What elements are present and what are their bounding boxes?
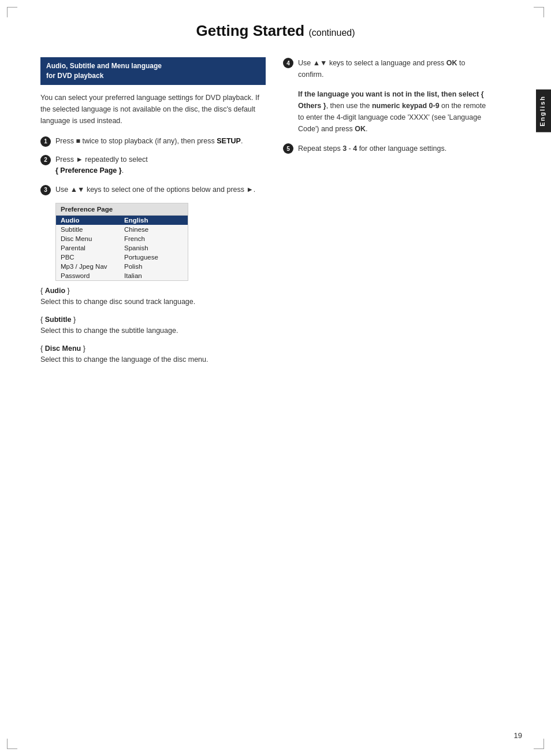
pref-row-0: AudioEnglish xyxy=(56,216,188,225)
page-header: Getting Started (continued) xyxy=(0,0,551,51)
step-number-4: 4 xyxy=(283,58,293,68)
pref-row-5: Mp3 / Jpeg NavPolish xyxy=(56,262,188,271)
section-item-discmenu-desc: Select this to change the language of th… xyxy=(40,354,266,365)
right-bold-block: If the language you want is not in the l… xyxy=(298,88,491,135)
preference-table: Preference Page AudioEnglishSubtitleChin… xyxy=(55,203,188,281)
pref-left-5: Mp3 / Jpeg Nav xyxy=(61,263,124,270)
pref-left-6: Password xyxy=(61,272,124,279)
section-item-subtitle: { Subtitle } Select this to change the s… xyxy=(40,316,266,336)
section-item-discmenu-title: { Disc Menu } xyxy=(40,344,266,353)
section-header-box: Audio, Subtitle and Menu language for DV… xyxy=(40,57,266,85)
pref-row-2: Disc MenuFrench xyxy=(56,234,188,243)
corner-mark-tr xyxy=(534,7,544,17)
section-item-subtitle-desc: Select this to change the subtitle langu… xyxy=(40,325,266,336)
intro-text: You can select your preferred language s… xyxy=(40,92,266,127)
section-item-subtitle-title: { Subtitle } xyxy=(40,316,266,324)
corner-mark-bl xyxy=(7,739,17,749)
right-bold-block-container: If the language you want is not in the l… xyxy=(298,88,491,135)
pref-left-3: Parental xyxy=(61,244,124,251)
right-column: 4 Use ▲▼ keys to select a language and p… xyxy=(283,57,491,373)
step-3: 3 Use ▲▼ keys to select one of the optio… xyxy=(40,184,266,195)
pref-right-4: Portuguese xyxy=(124,254,158,261)
pref-left-4: PBC xyxy=(61,254,124,261)
step-number-2: 2 xyxy=(40,155,51,165)
page-number: 19 xyxy=(514,731,522,740)
step-number-5: 5 xyxy=(283,143,293,154)
step-3-text: Use ▲▼ keys to select one of the options… xyxy=(55,184,255,195)
step-5-text: Repeat steps 3 - 4 for other language se… xyxy=(298,143,446,154)
step-5: 5 Repeat steps 3 - 4 for other language … xyxy=(283,143,491,154)
pref-left-2: Disc Menu xyxy=(61,235,124,242)
side-tab-english: English xyxy=(536,90,551,132)
pref-row-1: SubtitleChinese xyxy=(56,225,188,234)
step-number-3: 3 xyxy=(40,185,51,195)
left-column: Audio, Subtitle and Menu language for DV… xyxy=(40,57,266,373)
step-1-text: Press ■ twice to stop playback (if any),… xyxy=(55,136,243,147)
section-item-audio: { Audio } Select this to change disc sou… xyxy=(40,287,266,307)
pref-left-1: Subtitle xyxy=(61,226,124,233)
main-content: Audio, Subtitle and Menu language for DV… xyxy=(0,51,551,390)
page-title: Getting Started (continued) xyxy=(35,22,516,40)
pref-table-body: AudioEnglishSubtitleChineseDisc MenuFren… xyxy=(56,216,188,280)
pref-row-6: PasswordItalian xyxy=(56,271,188,280)
pref-right-1: Chinese xyxy=(124,226,148,233)
pref-right-0: English xyxy=(124,217,148,224)
pref-right-5: Polish xyxy=(124,263,142,270)
corner-mark-br xyxy=(534,739,544,749)
step-2-text: Press ► repeatedly to select{ Preference… xyxy=(55,154,148,177)
pref-left-0: Audio xyxy=(61,217,124,224)
section-item-discmenu: { Disc Menu } Select this to change the … xyxy=(40,344,266,365)
section-item-audio-title: { Audio } xyxy=(40,287,266,295)
section-item-audio-desc: Select this to change disc sound track l… xyxy=(40,297,266,307)
step-4-text: Use ▲▼ keys to select a language and pre… xyxy=(298,57,491,80)
corner-mark-tl xyxy=(7,7,17,17)
pref-row-4: PBCPortuguese xyxy=(56,253,188,262)
step-4: 4 Use ▲▼ keys to select a language and p… xyxy=(283,57,491,80)
step-number-1: 1 xyxy=(40,136,51,147)
pref-table-header: Preference Page xyxy=(56,203,188,216)
pref-row-3: ParentalSpanish xyxy=(56,243,188,253)
pref-right-3: Spanish xyxy=(124,244,148,251)
pref-right-6: Italian xyxy=(124,272,142,279)
step-1: 1 Press ■ twice to stop playback (if any… xyxy=(40,136,266,147)
step-2: 2 Press ► repeatedly to select{ Preferen… xyxy=(40,154,266,177)
pref-right-2: French xyxy=(124,235,145,242)
